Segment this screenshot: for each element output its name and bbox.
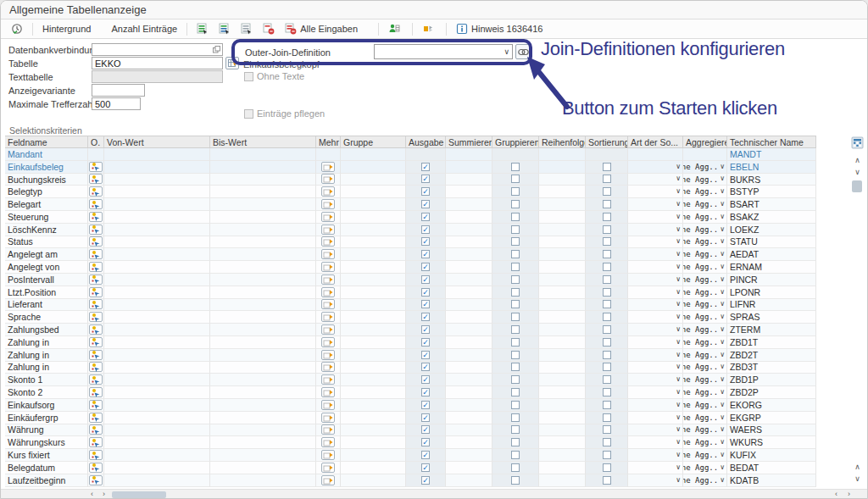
gruppieren-checkbox[interactable]: [511, 351, 520, 359]
sortierung-checkbox[interactable]: [603, 338, 611, 347]
ausgabe-checkbox[interactable]: ✓: [421, 338, 430, 347]
bis-wert-cell[interactable]: [210, 236, 316, 249]
chevron-down-icon[interactable]: ∨: [676, 188, 681, 195]
sortierung-checkbox[interactable]: [603, 476, 611, 485]
column-header-10[interactable]: Sortierung: [586, 136, 628, 148]
chevron-down-icon[interactable]: ∨: [676, 363, 681, 370]
selection-options-button[interactable]: [89, 463, 103, 473]
chevron-down-icon[interactable]: ∨: [720, 251, 725, 258]
sortierung-checkbox[interactable]: [603, 300, 611, 308]
von-wert-cell[interactable]: [104, 299, 210, 312]
gruppieren-checkbox[interactable]: [511, 250, 520, 258]
selection-options-button[interactable]: [89, 212, 103, 222]
hscroll-right-button-2[interactable]: ›: [848, 490, 850, 499]
chevron-down-icon[interactable]: ∨: [720, 313, 725, 320]
gruppe-cell[interactable]: [341, 261, 406, 274]
join-definition-button[interactable]: [515, 44, 531, 59]
von-wert-cell[interactable]: [104, 248, 210, 261]
selection-options-button[interactable]: [89, 475, 103, 485]
column-header-3[interactable]: Bis-Wert: [210, 136, 316, 148]
bis-wert-cell[interactable]: [210, 299, 316, 312]
table-contents-button[interactable]: [225, 57, 239, 69]
more-button[interactable]: [321, 236, 335, 247]
gruppieren-checkbox[interactable]: [511, 300, 520, 308]
chevron-down-icon[interactable]: ∨: [676, 464, 681, 471]
scroll-up-button[interactable]: ∧: [850, 156, 865, 164]
chevron-down-icon[interactable]: ∨: [720, 326, 725, 333]
chevron-down-icon[interactable]: ∨: [676, 352, 681, 358]
gruppieren-checkbox[interactable]: [511, 275, 520, 284]
bis-wert-cell[interactable]: [210, 261, 316, 274]
sortierung-checkbox[interactable]: [603, 225, 611, 234]
more-button[interactable]: [321, 413, 335, 423]
von-wert-cell[interactable]: [104, 161, 210, 174]
gruppe-cell[interactable]: [341, 336, 406, 349]
more-button[interactable]: [321, 400, 335, 410]
chevron-down-icon[interactable]: ∨: [676, 477, 681, 484]
vertical-scrollbar-thumb[interactable]: [852, 180, 862, 192]
bis-wert-cell[interactable]: [210, 399, 316, 412]
von-wert-cell[interactable]: [104, 324, 210, 336]
sortierung-checkbox[interactable]: [603, 363, 611, 371]
bis-wert-cell[interactable]: [210, 336, 316, 349]
select-block2-button[interactable]: [214, 21, 236, 37]
von-wert-cell[interactable]: [104, 148, 210, 161]
selection-options-button[interactable]: [89, 413, 103, 423]
chevron-down-icon[interactable]: ∨: [720, 164, 725, 170]
selection-options-button[interactable]: [89, 362, 103, 372]
bis-wert-cell[interactable]: [210, 148, 316, 161]
column-header-8[interactable]: Gruppieren: [492, 136, 539, 148]
gruppieren-checkbox[interactable]: [511, 263, 520, 271]
chevron-down-icon[interactable]: ∨: [720, 389, 725, 396]
ausgabe-checkbox[interactable]: ✓: [421, 225, 430, 234]
bis-wert-cell[interactable]: [210, 449, 316, 462]
von-wert-cell[interactable]: [104, 224, 210, 236]
more-button[interactable]: [321, 299, 335, 309]
von-wert-cell[interactable]: [104, 174, 210, 186]
column-header-0[interactable]: Feldname: [5, 136, 88, 148]
ausgabe-checkbox[interactable]: ✓: [421, 237, 430, 246]
ausgabe-checkbox[interactable]: ✓: [421, 363, 430, 371]
more-button[interactable]: [321, 287, 335, 297]
chevron-down-icon[interactable]: ∨: [720, 289, 725, 296]
sortierung-checkbox[interactable]: [603, 187, 611, 196]
more-button[interactable]: [321, 387, 335, 397]
texttabelle-input[interactable]: [92, 70, 223, 83]
bis-wert-cell[interactable]: [210, 248, 316, 261]
chevron-down-icon[interactable]: ∨: [676, 226, 681, 233]
von-wert-cell[interactable]: [104, 412, 210, 424]
more-button[interactable]: [321, 162, 335, 172]
chevron-down-icon[interactable]: ∨: [720, 226, 725, 233]
more-button[interactable]: [321, 249, 335, 259]
sortierung-checkbox[interactable]: [603, 200, 611, 208]
more-button[interactable]: [321, 225, 335, 235]
chevron-down-icon[interactable]: ∨: [720, 201, 725, 208]
chevron-down-icon[interactable]: ∨: [676, 402, 681, 408]
column-header-12[interactable]: Aggregieren: [683, 136, 727, 148]
chevron-down-icon[interactable]: ∨: [720, 414, 725, 421]
chevron-down-icon[interactable]: ∨: [676, 339, 681, 346]
column-header-5[interactable]: Gruppe: [341, 136, 406, 148]
anzahl-eintraege-button[interactable]: Anzahl Einträge: [106, 21, 182, 37]
outer-join-dropdown[interactable]: ∨: [374, 44, 513, 59]
chevron-down-icon[interactable]: ∨: [676, 238, 681, 245]
sortierung-checkbox[interactable]: [603, 388, 611, 396]
gruppe-cell[interactable]: [341, 462, 406, 474]
von-wert-cell[interactable]: [104, 424, 210, 437]
gruppe-cell[interactable]: [341, 449, 406, 462]
sortierung-checkbox[interactable]: [603, 163, 611, 171]
gruppieren-checkbox[interactable]: [511, 187, 520, 196]
bis-wert-cell[interactable]: [210, 311, 316, 324]
sortierung-checkbox[interactable]: [603, 288, 611, 297]
gruppieren-checkbox[interactable]: [511, 338, 520, 347]
more-button[interactable]: [321, 337, 335, 347]
ausgabe-checkbox[interactable]: ✓: [421, 476, 430, 485]
sortierung-checkbox[interactable]: [603, 275, 611, 284]
multi-selection-icon[interactable]: [213, 46, 220, 55]
ausgabe-checkbox[interactable]: ✓: [421, 413, 430, 422]
sortierung-checkbox[interactable]: [603, 401, 611, 409]
chevron-down-icon[interactable]: ∨: [676, 439, 681, 446]
gruppe-cell[interactable]: [341, 186, 406, 198]
selection-options-button[interactable]: [89, 337, 103, 347]
column-header-9[interactable]: Reihenfolge: [539, 136, 586, 148]
